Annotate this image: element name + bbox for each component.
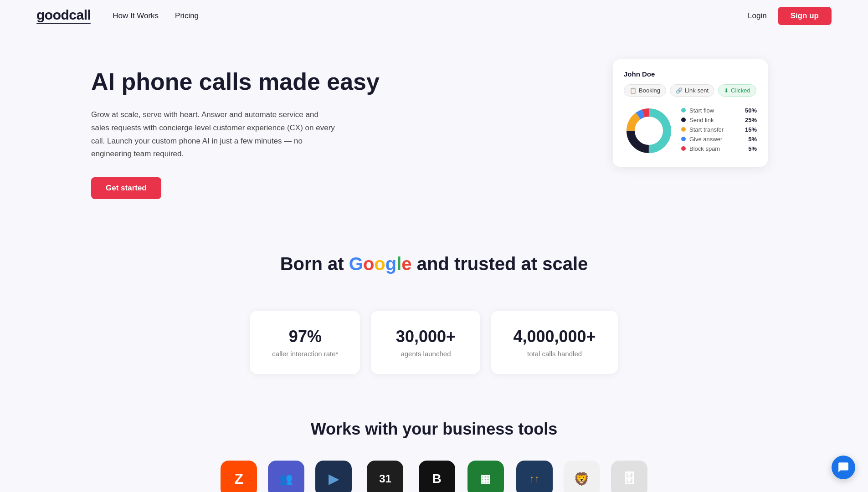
google-char-o2: o bbox=[374, 254, 385, 274]
altitude-icon: ↑↑ bbox=[516, 461, 553, 492]
chat-support-button[interactable] bbox=[832, 456, 855, 479]
nav-links: How It Works Pricing bbox=[113, 11, 199, 20]
stat-card-calls: 4,000,000+ total calls handled bbox=[491, 311, 617, 374]
google-char-l: l bbox=[396, 254, 401, 274]
signup-button[interactable]: Sign up bbox=[778, 7, 832, 25]
tool-custom1: 🦁 Custom bbox=[564, 461, 600, 492]
badge-booking: 📋 Booking bbox=[624, 84, 666, 97]
nav-item-how-it-works[interactable]: How It Works bbox=[113, 11, 159, 20]
tools-title: Works with your business tools bbox=[0, 420, 868, 439]
stat-label-interaction-rate: caller interaction rate* bbox=[272, 350, 338, 358]
zapier-icon: Z bbox=[221, 461, 257, 492]
legend-block-spam: Block spam 5% bbox=[681, 145, 757, 152]
logo[interactable]: goodcall bbox=[36, 8, 91, 24]
dot-block-spam bbox=[681, 146, 686, 151]
google-char-g1: G bbox=[349, 254, 363, 274]
hero-section: AI phone calls made easy Grow at scale, … bbox=[0, 32, 868, 226]
tool-blackbaud: B Blackbaud bbox=[419, 461, 455, 492]
analytics-card: John Doe 📋 Booking 🔗 Link sent ⬇ Clicked bbox=[613, 59, 768, 167]
hero-left: AI phone calls made easy Grow at scale, … bbox=[91, 59, 383, 199]
google-sheets-icon: ▦ bbox=[467, 461, 504, 492]
booking-icon: 📋 bbox=[630, 87, 637, 94]
legend-start-flow: Start flow 50% bbox=[681, 107, 757, 114]
database-icon: 🗄 bbox=[611, 461, 647, 492]
stat-card-interaction-rate: 97% caller interaction rate* bbox=[250, 311, 360, 374]
born-title: Born at Google and trusted at scale bbox=[0, 254, 868, 274]
born-suffix: and trusted at scale bbox=[412, 254, 588, 274]
descript-icon: ▶ bbox=[315, 461, 352, 492]
chart-area: Start flow 50% Send link 25% bbox=[624, 106, 757, 156]
stat-label-agents: agents launched bbox=[393, 350, 458, 358]
nav-link-how-it-works[interactable]: How It Works bbox=[113, 11, 159, 20]
navbar: goodcall How It Works Pricing Login Sign… bbox=[0, 0, 868, 32]
tool-google-sheets: ▦ Google Sheets bbox=[466, 461, 505, 492]
chart-legend: Start flow 50% Send link 25% bbox=[681, 107, 757, 155]
tool-teams: 👥 Teams bbox=[268, 461, 304, 492]
badge-booking-label: Booking bbox=[639, 87, 660, 94]
clicked-icon: ⬇ bbox=[724, 87, 729, 94]
badge-clicked: ⬇ Clicked bbox=[718, 84, 756, 97]
legend-give-answer: Give answer 5% bbox=[681, 136, 757, 143]
tool-altitude: ↑↑ Altitude bbox=[516, 461, 553, 492]
dot-give-answer bbox=[681, 137, 686, 141]
hero-title: AI phone calls made easy bbox=[91, 68, 383, 96]
hero-description: Grow at scale, serve with heart. Answer … bbox=[91, 108, 337, 161]
dot-send-link bbox=[681, 118, 686, 122]
legend-start-transfer: Start transfer 15% bbox=[681, 126, 757, 133]
nav-left: goodcall How It Works Pricing bbox=[36, 8, 199, 24]
get-started-button[interactable]: Get started bbox=[91, 177, 161, 199]
hero-right: John Doe 📋 Booking 🔗 Link sent ⬇ Clicked bbox=[613, 59, 777, 167]
login-button[interactable]: Login bbox=[748, 11, 767, 20]
link-icon: 🔗 bbox=[676, 87, 683, 94]
card-user-name: John Doe bbox=[624, 70, 757, 78]
google-char-o1: o bbox=[363, 254, 374, 274]
tool-zapier: Z Zapier bbox=[221, 461, 257, 492]
chat-icon bbox=[837, 461, 849, 473]
donut-chart bbox=[624, 106, 674, 156]
google-char-g2: g bbox=[385, 254, 396, 274]
card-badges: 📋 Booking 🔗 Link sent ⬇ Clicked bbox=[624, 84, 757, 97]
legend-send-link: Send link 25% bbox=[681, 117, 757, 123]
stat-number-agents: 30,000+ bbox=[393, 327, 458, 346]
badge-clicked-label: Clicked bbox=[731, 87, 750, 94]
stat-card-agents: 30,000+ agents launched bbox=[371, 311, 480, 374]
dot-start-flow bbox=[681, 108, 686, 113]
badge-link-sent: 🔗 Link sent bbox=[670, 84, 714, 97]
google-calendar-icon: 31 bbox=[367, 461, 403, 492]
logo-underline bbox=[36, 23, 91, 24]
tool-google-calendar: 31 Google Calendar bbox=[363, 461, 407, 492]
stats-row: 97% caller interaction rate* 30,000+ age… bbox=[0, 297, 868, 401]
custom1-icon: 🦁 bbox=[564, 461, 600, 492]
born-section: Born at Google and trusted at scale bbox=[0, 226, 868, 297]
stat-number-calls: 4,000,000+ bbox=[513, 327, 596, 346]
stat-number-interaction-rate: 97% bbox=[272, 327, 338, 346]
dot-start-transfer bbox=[681, 127, 686, 132]
nav-item-pricing[interactable]: Pricing bbox=[175, 11, 199, 20]
tools-row: Z Zapier 👥 Teams ▶ Descript 31 Google Ca… bbox=[0, 461, 868, 492]
badge-link-label: Link sent bbox=[685, 87, 709, 94]
nav-link-pricing[interactable]: Pricing bbox=[175, 11, 199, 20]
stat-label-calls: total calls handled bbox=[513, 350, 596, 358]
born-prefix: Born at bbox=[280, 254, 349, 274]
tool-descript: ▶ Descript bbox=[315, 461, 352, 492]
tool-database: 🗄 Database bbox=[611, 461, 647, 492]
nav-right: Login Sign up bbox=[748, 7, 832, 25]
teams-icon: 👥 bbox=[268, 461, 304, 492]
google-char-e: e bbox=[401, 254, 411, 274]
blackbaud-icon: B bbox=[419, 461, 455, 492]
tools-section: Works with your business tools Z Zapier … bbox=[0, 401, 868, 492]
